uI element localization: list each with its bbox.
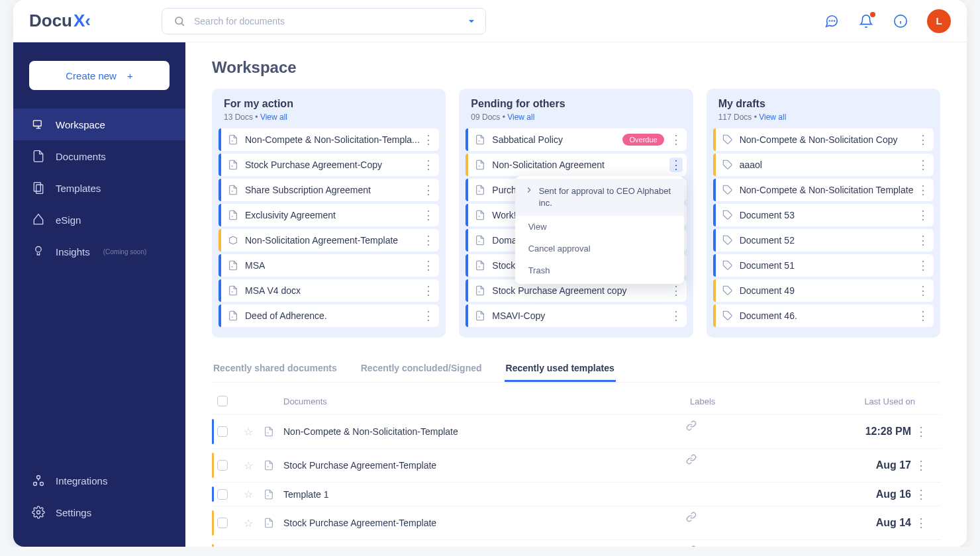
logo-text: Docu	[29, 11, 72, 31]
card-title: Stock Purchase Agreement copy	[492, 285, 669, 296]
menu-item[interactable]: Cancel approval	[515, 238, 684, 259]
doc-card[interactable]: wNon-Solicitation Agreement⋮Sent for app…	[466, 154, 686, 176]
more-icon[interactable]: ⋮	[422, 234, 435, 246]
column-title: For my action	[224, 98, 434, 110]
tab[interactable]: Recently shared documents	[212, 356, 338, 382]
logo: DocuX‹	[29, 11, 148, 31]
svg-text:w: w	[479, 240, 481, 243]
doc-card[interactable]: wMSAVI-Copy⋮	[466, 304, 686, 327]
doc-card[interactable]: wMSA V4 docx⋮	[219, 279, 439, 302]
doc-card[interactable]: aaaol⋮	[713, 154, 934, 176]
svg-point-14	[37, 476, 40, 479]
doc-card[interactable]: wNon-Compete & Non-Solicitation-Templa..…	[219, 128, 439, 151]
more-icon[interactable]: ⋮	[916, 310, 930, 322]
star-icon[interactable]: ☆	[244, 488, 264, 500]
doc-card[interactable]: Non-Compete & Non-Solicitation Copy⋮	[713, 128, 934, 151]
avatar[interactable]: L	[927, 9, 951, 33]
tpl-icon	[228, 235, 238, 246]
card-title: Non-Solicitation Agreement-Template	[245, 235, 422, 246]
more-icon[interactable]: ⋮	[911, 517, 931, 529]
row-checkbox[interactable]	[217, 460, 228, 471]
bell-icon[interactable]	[858, 13, 874, 29]
svg-rect-10	[36, 185, 43, 193]
more-icon[interactable]: ⋮	[911, 488, 931, 500]
info-icon[interactable]	[893, 13, 908, 29]
star-icon[interactable]: ☆	[244, 459, 264, 472]
top-icons: L	[824, 9, 951, 33]
more-icon[interactable]: ⋮	[911, 459, 931, 471]
more-icon[interactable]: ⋮	[669, 134, 683, 146]
svg-text:w: w	[231, 315, 233, 318]
more-icon[interactable]: ⋮	[422, 285, 435, 297]
more-icon[interactable]: ⋮	[422, 159, 435, 171]
star-icon[interactable]: ☆	[244, 426, 264, 438]
doc-card[interactable]: Document 46.⋮	[713, 304, 934, 327]
row-checkbox[interactable]	[217, 489, 228, 500]
table-row[interactable]: ☆ w Template 1 Aug 16 ⋮	[212, 482, 940, 506]
more-icon[interactable]: ⋮	[916, 234, 930, 246]
doc-card[interactable]: wStock Purchase Agreement-Copy⋮	[219, 154, 439, 176]
menu-item[interactable]: Trash	[515, 259, 684, 281]
more-icon[interactable]: ⋮	[916, 209, 930, 221]
table-row[interactable]: ☆ w Non-Compete & Non-Solicitation-Templ…	[212, 414, 940, 448]
status-edge	[466, 254, 468, 277]
view-all-link[interactable]: View all	[507, 113, 534, 122]
nav-templates[interactable]: Templates	[13, 172, 185, 204]
nav-esign[interactable]: eSign	[13, 204, 185, 236]
more-icon[interactable]: ⋮	[422, 184, 435, 196]
status-edge	[713, 204, 716, 226]
status-edge	[219, 229, 221, 252]
tab[interactable]: Recently concluded/Signed	[360, 356, 483, 382]
status-edge	[466, 179, 468, 201]
more-icon[interactable]: ⋮	[911, 426, 931, 438]
doc-card[interactable]: Document 51⋮	[713, 254, 934, 277]
search-input[interactable]	[194, 16, 460, 26]
more-icon[interactable]: ⋮	[916, 184, 930, 196]
more-icon[interactable]: ⋮	[422, 134, 435, 146]
doc-card[interactable]: Document 49⋮	[713, 279, 934, 302]
view-all-link[interactable]: View all	[759, 113, 786, 122]
menu-item[interactable]: View	[515, 216, 684, 238]
select-all-checkbox[interactable]	[217, 396, 228, 406]
more-icon[interactable]: ⋮	[916, 159, 930, 171]
tab[interactable]: Recently used templates	[505, 356, 616, 382]
card-title: Document 53	[740, 210, 916, 220]
row-title: Stock Purchase Agreement-Template	[283, 518, 686, 528]
doc-card[interactable]: Document 52⋮	[713, 229, 934, 252]
more-icon[interactable]: ⋮	[669, 285, 683, 297]
star-icon[interactable]: ☆	[244, 517, 264, 530]
doc-card[interactable]: Document 53⋮	[713, 204, 934, 226]
more-icon[interactable]: ⋮	[916, 285, 930, 297]
doc-card[interactable]: Non-Compete & Non-Solicitation Template⋮	[713, 179, 934, 201]
more-icon[interactable]: ⋮	[422, 310, 435, 322]
doc-card[interactable]: Non-Solicitation Agreement-Template⋮	[219, 229, 439, 252]
table-row[interactable]: ☆ w Stock Purchase Agreement-Template Au…	[212, 506, 940, 539]
doc-card[interactable]: wMSA⋮	[219, 254, 439, 277]
doc-card[interactable]: wSabbatical PolicyOverdue⋮	[466, 128, 686, 151]
more-icon[interactable]: ⋮	[669, 158, 683, 172]
view-all-link[interactable]: View all	[260, 113, 287, 122]
search-box[interactable]	[162, 8, 486, 34]
more-icon[interactable]: ⋮	[916, 259, 930, 271]
dropdown-icon[interactable]	[467, 17, 476, 26]
nav-documents[interactable]: Documents	[13, 140, 185, 172]
more-icon[interactable]: ⋮	[916, 134, 930, 146]
more-icon[interactable]: ⋮	[422, 209, 435, 221]
more-icon[interactable]: ⋮	[669, 310, 683, 322]
chat-icon[interactable]	[824, 13, 840, 29]
more-icon[interactable]: ⋮	[422, 259, 435, 271]
svg-text:w: w	[267, 431, 269, 434]
doc-card[interactable]: wExclusivity Agreement⋮	[219, 204, 439, 226]
nav-workspace[interactable]: Workspace	[13, 109, 185, 140]
nav-integrations[interactable]: Integrations	[13, 465, 185, 496]
nav-settings[interactable]: Settings	[13, 496, 185, 528]
row-checkbox[interactable]	[217, 426, 228, 437]
doc-card[interactable]: wShare Subscription Agreement⋮	[219, 179, 439, 201]
table-row[interactable]: ☆ w Stock Purchase Agreement-Template Au…	[212, 448, 940, 482]
table-row[interactable]: ☆ w Stock Purchase Agreement-Template Au…	[212, 539, 940, 547]
nav-label: Documents	[56, 151, 106, 162]
create-new-button[interactable]: Create new +	[29, 61, 170, 90]
nav-label: Templates	[56, 183, 101, 194]
doc-card[interactable]: wDeed of Adherence.⋮	[219, 304, 439, 327]
row-checkbox[interactable]	[217, 518, 228, 528]
